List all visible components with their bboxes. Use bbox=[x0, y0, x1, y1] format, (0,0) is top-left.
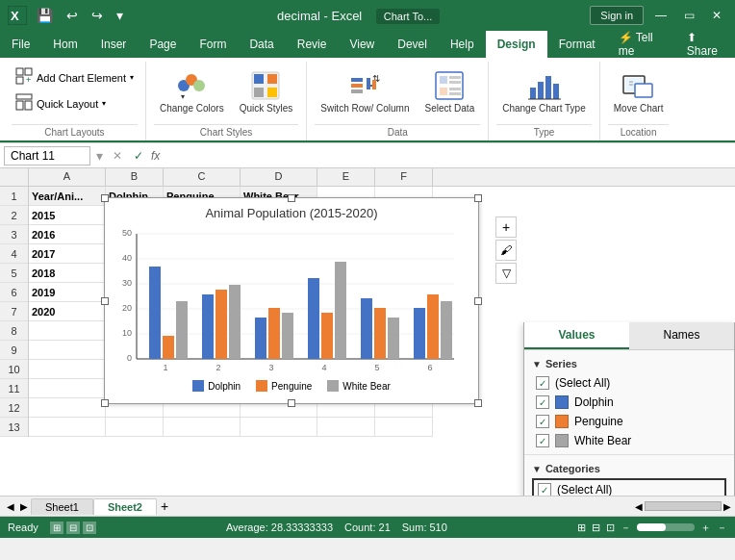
row-num-8[interactable]: 8 bbox=[0, 321, 28, 341]
page-layout-icon[interactable]: ⊟ bbox=[66, 522, 80, 534]
col-header-f[interactable]: F bbox=[375, 168, 433, 186]
hscroll-right[interactable]: ▶ bbox=[723, 501, 731, 512]
page-break-icon[interactable]: ⊡ bbox=[83, 522, 96, 534]
series-penguine[interactable]: Penguine bbox=[532, 412, 726, 431]
switch-row-column-button[interactable]: ⇅ Switch Row/ Column bbox=[315, 65, 415, 117]
row-num-1[interactable]: 1 bbox=[0, 187, 28, 206]
cell-a10[interactable] bbox=[29, 360, 106, 379]
sheet-tab-1[interactable]: Sheet1 bbox=[31, 498, 93, 515]
sheet-tab-2[interactable]: Sheet2 bbox=[93, 498, 157, 515]
cell-a4[interactable]: 2017 bbox=[29, 244, 106, 264]
save-button[interactable]: 💾 bbox=[33, 6, 57, 25]
row-num-12[interactable]: 12 bbox=[0, 398, 28, 418]
row-num-3[interactable]: 3 bbox=[0, 225, 28, 244]
row-num-7[interactable]: 7 bbox=[0, 302, 28, 321]
tab-format[interactable]: Format bbox=[547, 31, 607, 58]
tab-form[interactable]: Form bbox=[188, 31, 238, 58]
row-num-6[interactable]: 6 bbox=[0, 283, 28, 302]
col-header-d[interactable]: D bbox=[241, 168, 317, 186]
tab-insert[interactable]: Inser bbox=[89, 31, 139, 58]
tab-file[interactable]: File bbox=[0, 31, 41, 58]
series-dolphin-checkbox[interactable] bbox=[536, 395, 549, 409]
cell-b13[interactable] bbox=[106, 418, 164, 437]
cell-c13[interactable] bbox=[164, 418, 241, 437]
col-header-e[interactable]: E bbox=[317, 168, 375, 186]
resize-handle-bl[interactable] bbox=[101, 399, 109, 407]
col-header-b[interactable]: B bbox=[106, 168, 164, 186]
resize-handle-t[interactable] bbox=[288, 194, 295, 202]
row-num-13[interactable]: 13 bbox=[0, 418, 28, 437]
tab-data[interactable]: Data bbox=[238, 31, 285, 58]
maximize-button[interactable]: ▭ bbox=[678, 7, 700, 24]
row-num-9[interactable]: 9 bbox=[0, 341, 28, 360]
series-whitebear[interactable]: White Bear bbox=[532, 431, 726, 450]
customize-button[interactable]: ▾ bbox=[113, 6, 127, 25]
series-select-all-checkbox[interactable] bbox=[536, 376, 549, 390]
cell-a5[interactable]: 2018 bbox=[29, 264, 106, 283]
series-select-all[interactable]: (Select All) bbox=[532, 373, 726, 393]
resize-handle-r[interactable] bbox=[474, 297, 482, 305]
chart-container[interactable]: Animal Population (2015-2020) 50 40 30 2… bbox=[104, 197, 479, 404]
cell-a3[interactable]: 2016 bbox=[29, 225, 106, 244]
cell-a1[interactable]: Year/Ani... bbox=[29, 187, 106, 206]
resize-handle-l[interactable] bbox=[101, 297, 109, 305]
tab-share[interactable]: ⬆ Share bbox=[675, 31, 735, 58]
close-button[interactable]: ✕ bbox=[706, 7, 727, 24]
row-num-2[interactable]: 2 bbox=[0, 206, 28, 225]
add-chart-element-button[interactable]: + Add Chart Element ▾ bbox=[12, 65, 138, 89]
row-num-11[interactable]: 11 bbox=[0, 379, 28, 398]
sheet-scroll-right[interactable]: ▶ bbox=[17, 501, 31, 512]
series-whitebear-checkbox[interactable] bbox=[536, 434, 549, 447]
tab-review[interactable]: Revie bbox=[286, 31, 339, 58]
formula-input[interactable] bbox=[164, 147, 731, 165]
series-dolphin[interactable]: Dolphin bbox=[532, 393, 726, 412]
zoom-slider[interactable] bbox=[637, 523, 695, 531]
view-layout-icon[interactable]: ⊟ bbox=[592, 522, 600, 534]
chart-style-button[interactable]: 🖌 bbox=[495, 240, 517, 261]
tab-home[interactable]: Hom bbox=[41, 31, 89, 58]
cell-mode-icon[interactable]: ⊞ bbox=[50, 522, 63, 534]
cell-a8[interactable] bbox=[29, 321, 106, 341]
add-sheet-button[interactable]: + bbox=[157, 498, 172, 514]
resize-handle-b[interactable] bbox=[288, 399, 295, 407]
cell-e13[interactable] bbox=[317, 418, 375, 437]
cell-a9[interactable] bbox=[29, 341, 106, 360]
category-select-all[interactable]: (Select All) bbox=[532, 478, 726, 496]
cell-a7[interactable]: 2020 bbox=[29, 302, 106, 321]
redo-button[interactable]: ↪ bbox=[88, 6, 107, 25]
minimize-button[interactable]: — bbox=[649, 7, 672, 24]
filter-tab-names[interactable]: Names bbox=[629, 322, 734, 349]
tab-page[interactable]: Page bbox=[138, 31, 188, 58]
h-scrollbar[interactable] bbox=[645, 501, 722, 511]
row-num-10[interactable]: 10 bbox=[0, 360, 28, 379]
filter-tab-values[interactable]: Values bbox=[524, 322, 629, 349]
series-section-header[interactable]: ▼ Series bbox=[532, 354, 726, 373]
tab-view[interactable]: View bbox=[338, 31, 386, 58]
zoom-out-button[interactable]: － bbox=[621, 521, 631, 535]
col-header-c[interactable]: C bbox=[164, 168, 241, 186]
series-penguine-checkbox[interactable] bbox=[536, 415, 549, 428]
row-num-5[interactable]: 5 bbox=[0, 264, 28, 283]
hscroll-left[interactable]: ◀ bbox=[635, 501, 643, 512]
select-data-button[interactable]: Select Data bbox=[419, 65, 481, 117]
row-num-4[interactable]: 4 bbox=[0, 244, 28, 264]
view-pagebreak-icon[interactable]: ⊡ bbox=[606, 522, 615, 534]
change-colors-button[interactable]: ▾ Change Colors bbox=[154, 65, 230, 117]
quick-styles-button[interactable]: Quick Styles bbox=[234, 65, 299, 117]
tab-design[interactable]: Design bbox=[486, 31, 547, 58]
resize-handle-br[interactable] bbox=[474, 399, 482, 407]
undo-button[interactable]: ↩ bbox=[63, 6, 82, 25]
zoom-in-button[interactable]: ＋ bbox=[700, 521, 711, 535]
quick-layout-button[interactable]: Quick Layout ▾ bbox=[12, 91, 138, 115]
move-chart-button[interactable]: Move Chart bbox=[608, 65, 670, 117]
change-chart-type-button[interactable]: Change Chart Type bbox=[496, 65, 592, 117]
cell-a13[interactable] bbox=[29, 418, 106, 437]
name-box[interactable] bbox=[4, 146, 90, 165]
resize-handle-tr[interactable] bbox=[474, 194, 482, 202]
add-element-chart-button[interactable]: + bbox=[495, 216, 517, 238]
view-normal-icon[interactable]: ⊞ bbox=[577, 522, 586, 534]
tab-help[interactable]: Help bbox=[439, 31, 486, 58]
cell-f13[interactable] bbox=[375, 418, 433, 437]
chart-filter-button[interactable]: ▽ bbox=[495, 263, 517, 284]
category-select-all-checkbox[interactable] bbox=[538, 483, 551, 496]
